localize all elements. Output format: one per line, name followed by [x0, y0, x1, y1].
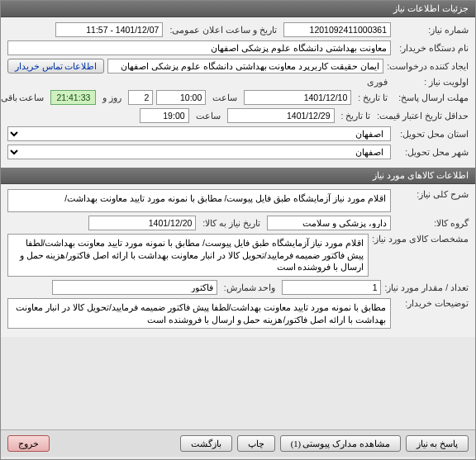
attachments-button[interactable]: مشاهده مدارک پیوستی (1): [280, 435, 401, 452]
from-time-field[interactable]: [156, 90, 206, 105]
priority-value: فوری: [364, 77, 391, 87]
unit-label: واحد شمارش:: [221, 282, 279, 292]
group-label: گروه کالا:: [394, 218, 469, 228]
contact-buyer-button[interactable]: اطلاعات تماس خریدار: [7, 59, 104, 74]
group-field[interactable]: [267, 216, 391, 230]
desc-textarea[interactable]: اقلام مورد نیاز آزمایشگاه طبق فایل پیوست…: [7, 189, 391, 212]
qty-label: تعداد / مقدار مورد نیاز:: [384, 282, 469, 292]
days-suffix: روز و: [99, 92, 125, 102]
announce-label: تاریخ و ساعت اعلان عمومی:: [166, 25, 280, 35]
from-time-label: ساعت: [209, 92, 240, 102]
buyer-field[interactable]: [7, 40, 391, 55]
section-need-info-header: جزئیات اطلاعات نیاز: [1, 1, 475, 17]
days-field[interactable]: [128, 90, 153, 105]
province-label: استان محل تحویل:: [394, 129, 469, 139]
deadline-label: مهلت ارسال پاسخ:: [394, 92, 469, 102]
print-button[interactable]: چاپ: [237, 435, 275, 452]
scroll-area: جزئیات اطلاعات نیاز شماره نیاز: تاریخ و …: [1, 1, 475, 429]
to-time-label: ساعت: [193, 111, 224, 121]
desc-label: شرح کلی نیاز:: [394, 189, 469, 199]
creator-field[interactable]: [107, 59, 383, 74]
section-need-info-body: شماره نیاز: تاریخ و ساعت اعلان عمومی: نا…: [1, 17, 475, 168]
spec-label: مشخصات کالای مورد نیاز:: [372, 234, 469, 244]
section-title: جزئیات اطلاعات نیاز: [393, 3, 469, 13]
spec-textarea[interactable]: اقلام مورد نیاز آزمایشگاه طبق فایل پیوست…: [7, 234, 369, 277]
from-date-field[interactable]: [244, 90, 351, 105]
respond-button[interactable]: پاسخ به نیاز: [406, 435, 469, 452]
section-goods-info-header: اطلاعات کالاهای مورد نیاز: [1, 168, 475, 184]
remaining-time-badge: 21:41:33: [50, 90, 96, 105]
button-bar: پاسخ به نیاز مشاهده مدارک پیوستی (1) چاپ…: [1, 429, 475, 457]
buyer-notes-label: توضیحات خریدار:: [394, 298, 469, 308]
city-select[interactable]: اصفهان: [7, 145, 391, 159]
unit-field[interactable]: [52, 280, 217, 295]
main-window: جزئیات اطلاعات نیاز شماره نیاز: تاریخ و …: [0, 0, 476, 460]
creator-label: ایجاد کننده درخواست:: [387, 61, 469, 71]
to-date-field[interactable]: [227, 108, 335, 123]
need-date-field[interactable]: [88, 216, 196, 230]
need-no-field[interactable]: [283, 22, 391, 37]
priority-label: اولویت نیاز :: [394, 77, 469, 87]
province-select[interactable]: اصفهان: [7, 126, 391, 141]
to-date-label: تا تاریخ :: [338, 111, 374, 121]
need-date-label: تاریخ نیاز به کالا:: [199, 218, 264, 228]
min-validity-label: حداقل تاریخ اعتبار قیمت:: [377, 111, 469, 121]
remaining-suffix: ساعت باقی مانده: [1, 92, 47, 102]
buyer-label: نام دستگاه خریدار:: [394, 43, 469, 53]
city-label: شهر محل تحویل:: [394, 147, 469, 157]
announce-field[interactable]: [55, 22, 163, 37]
qty-field[interactable]: [282, 280, 381, 295]
section-goods-info-body: شرح کلی نیاز: اقلام مورد نیاز آزمایشگاه …: [1, 184, 475, 337]
from-date-label: تا تاریخ :: [355, 92, 391, 102]
need-no-label: شماره نیاز:: [394, 25, 469, 35]
to-time-field[interactable]: [140, 108, 189, 123]
section-title: اطلاعات کالاهای مورد نیاز: [373, 170, 469, 180]
back-button[interactable]: بازگشت: [180, 435, 232, 452]
exit-button[interactable]: خروج: [7, 435, 50, 452]
buyer-notes-textarea[interactable]: مطابق با نمونه مورد تایید معاونت بهداشت/…: [7, 298, 391, 329]
